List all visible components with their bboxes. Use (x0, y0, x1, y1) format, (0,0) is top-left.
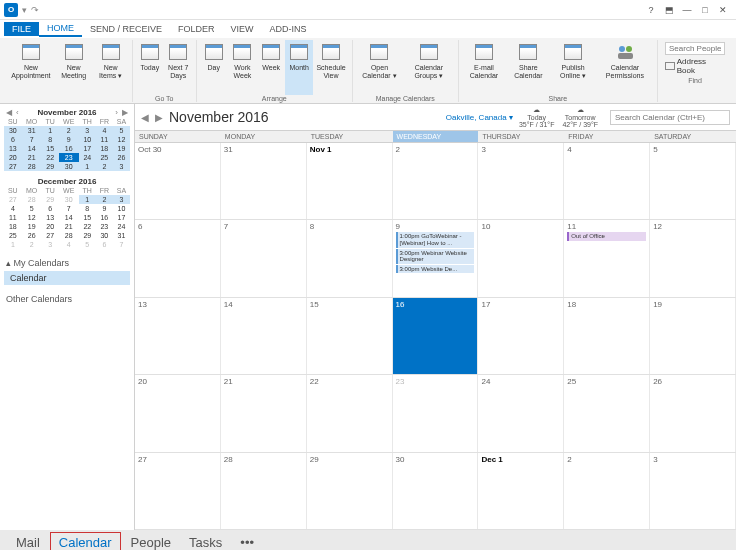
minical-day[interactable]: 6 (96, 240, 113, 249)
minical-day[interactable]: 30 (96, 231, 113, 240)
nav-calendar[interactable]: Calendar (50, 532, 121, 551)
minical-day[interactable]: 12 (22, 213, 42, 222)
minical-day[interactable]: 1 (42, 126, 59, 135)
calendar-item[interactable]: Calendar (4, 271, 130, 285)
minical-prev-icon[interactable]: ◀ (4, 108, 14, 117)
minical-day[interactable]: 7 (22, 135, 42, 144)
tab-home[interactable]: HOME (39, 21, 82, 37)
search-people-input[interactable] (665, 42, 725, 55)
tab-sendreceive[interactable]: SEND / RECEIVE (82, 22, 170, 36)
prev-month-icon[interactable]: ◀ (141, 112, 149, 123)
minical-day[interactable]: 29 (42, 162, 59, 171)
location-dropdown[interactable]: Oakville, Canada ▾ (446, 113, 513, 122)
calendar-cell[interactable]: Nov 1 (307, 143, 393, 219)
minical-day[interactable]: 15 (79, 213, 96, 222)
calendar-cell[interactable]: 3 (650, 453, 736, 529)
calendar-cell[interactable]: 26 (650, 375, 736, 451)
maximize-icon[interactable]: □ (696, 2, 714, 18)
calendargroups-button[interactable]: Calendar Groups ▾ (403, 40, 455, 95)
minical-day[interactable]: 21 (59, 222, 79, 231)
minical-day[interactable]: 12 (113, 135, 130, 144)
minical-day[interactable]: 23 (96, 222, 113, 231)
calendar-cell[interactable]: 30 (393, 453, 479, 529)
calendar-cell[interactable]: 91:00pm GoToWebinar - [Webinar] How to .… (393, 220, 479, 296)
addressbook-button[interactable]: Address Book (665, 57, 725, 75)
minical-day[interactable]: 21 (22, 153, 42, 162)
nav-mail[interactable]: Mail (8, 533, 48, 551)
minical-day[interactable]: 30 (59, 162, 79, 171)
minical-prev2-icon[interactable]: ‹ (14, 108, 21, 117)
minical-day[interactable]: 5 (22, 204, 42, 213)
minical-next2-icon[interactable]: › (113, 108, 120, 117)
calendar-cell[interactable]: 29 (307, 453, 393, 529)
calendar-cell[interactable]: 19 (650, 298, 736, 374)
nav-more[interactable]: ••• (232, 533, 262, 551)
calendar-cell[interactable]: 13 (135, 298, 221, 374)
search-calendar-input[interactable] (610, 110, 730, 125)
qat-redo-icon[interactable]: ↷ (31, 5, 39, 15)
tab-view[interactable]: VIEW (223, 22, 262, 36)
minical-day[interactable]: 13 (42, 213, 59, 222)
calendar-grid[interactable]: Oct 3031Nov 1234567891:00pm GoToWebinar … (135, 143, 736, 530)
calendar-cell[interactable]: 22 (307, 375, 393, 451)
new-appointment-button[interactable]: New Appointment (7, 40, 55, 102)
minical-day[interactable]: 17 (79, 144, 96, 153)
minical-day[interactable]: 26 (113, 153, 130, 162)
calendar-cell[interactable]: 10 (478, 220, 564, 296)
opencalendar-button[interactable]: Open Calendar ▾ (356, 40, 403, 95)
calendar-cell[interactable]: 8 (307, 220, 393, 296)
minical-day[interactable]: 7 (59, 204, 79, 213)
minical-day[interactable]: 16 (96, 213, 113, 222)
minical-day[interactable]: 1 (79, 195, 96, 204)
ribbon-options-icon[interactable]: ⬒ (660, 2, 678, 18)
calendarpermissions-button[interactable]: Calendar Permissions (596, 40, 654, 95)
minical-day[interactable]: 4 (96, 126, 113, 135)
calendar-cell[interactable]: 23 (393, 375, 479, 451)
minical-day[interactable]: 24 (113, 222, 130, 231)
calendar-cell[interactable]: 25 (564, 375, 650, 451)
minical-day[interactable]: 1 (79, 162, 96, 171)
minical-day[interactable]: 3 (113, 195, 130, 204)
minical-day[interactable]: 14 (22, 144, 42, 153)
tab-file[interactable]: FILE (4, 22, 39, 36)
tab-addins[interactable]: ADD-INS (262, 22, 315, 36)
minical-day[interactable]: 7 (113, 240, 130, 249)
calendar-cell[interactable]: 31 (221, 143, 307, 219)
tab-folder[interactable]: FOLDER (170, 22, 223, 36)
minical-day[interactable]: 4 (4, 204, 22, 213)
calendar-cell[interactable]: 28 (221, 453, 307, 529)
minical-day[interactable]: 22 (42, 153, 59, 162)
new-items-button[interactable]: New Items ▾ (92, 40, 128, 102)
next-month-icon[interactable]: ▶ (155, 112, 163, 123)
calendar-cell[interactable]: 27 (135, 453, 221, 529)
minical-day[interactable]: 10 (79, 135, 96, 144)
calendar-cell[interactable]: 16 (393, 298, 479, 374)
new-meeting-button[interactable]: New Meeting (55, 40, 93, 102)
minical-day[interactable]: 6 (42, 204, 59, 213)
calendar-cell[interactable]: 21 (221, 375, 307, 451)
nav-people[interactable]: People (123, 533, 179, 551)
minical-day[interactable]: 30 (59, 195, 79, 204)
minical-day[interactable]: 11 (96, 135, 113, 144)
minical-day[interactable]: 29 (79, 231, 96, 240)
calendar-event[interactable]: 3:00pm Website De... (396, 265, 475, 274)
minical-day[interactable]: 19 (22, 222, 42, 231)
minical-day[interactable]: 26 (22, 231, 42, 240)
minical-day[interactable]: 22 (79, 222, 96, 231)
minical-day[interactable]: 3 (42, 240, 59, 249)
publishonline-button[interactable]: Publish Online ▾ (550, 40, 595, 95)
minical-day[interactable]: 9 (96, 204, 113, 213)
minical-day[interactable]: 8 (42, 135, 59, 144)
minical-day[interactable]: 14 (59, 213, 79, 222)
minical-day[interactable]: 3 (113, 162, 130, 171)
calendar-cell[interactable]: 11Out of Office (564, 220, 650, 296)
minical-day[interactable]: 5 (79, 240, 96, 249)
minical-day[interactable]: 5 (113, 126, 130, 135)
calendar-cell[interactable]: 20 (135, 375, 221, 451)
minical-day[interactable]: 29 (42, 195, 59, 204)
minical-day[interactable]: 25 (4, 231, 22, 240)
minical-next-icon[interactable]: ▶ (120, 108, 130, 117)
minical-day[interactable]: 28 (22, 195, 42, 204)
week-button[interactable]: Week (257, 40, 285, 95)
calendar-cell[interactable]: 2 (393, 143, 479, 219)
